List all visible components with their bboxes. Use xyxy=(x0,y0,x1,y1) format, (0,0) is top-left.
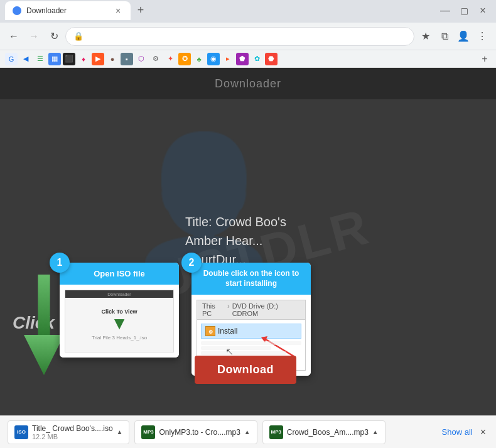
tab-bar: Downloader × + — ▢ × xyxy=(0,0,496,23)
explorer-header: This PC › DVD Drive (D:) CDROM xyxy=(197,300,305,320)
bookmark-button[interactable]: ★ xyxy=(417,28,434,45)
main-area: JUSTDLR 👤 Click To View xyxy=(0,99,496,415)
back-button[interactable]: ← xyxy=(5,28,23,45)
profile-button[interactable]: 👤 xyxy=(455,28,472,45)
ext-16[interactable]: ✿ xyxy=(251,53,263,65)
menu-button[interactable]: ⋮ xyxy=(473,28,491,45)
forward-button[interactable]: → xyxy=(25,28,43,45)
page-content: Downloader JUSTDLR 👤 Click To View xyxy=(0,68,496,415)
ext-13[interactable]: ◉ xyxy=(207,53,220,65)
download-item-2[interactable]: MP3 OnlyMP3.to - Cro....mp3 ▲ xyxy=(134,420,257,444)
card-2-header: Double click on the icon to start instal… xyxy=(191,263,311,295)
ext-3[interactable]: ▦ xyxy=(48,53,61,65)
ext-14[interactable]: ▸ xyxy=(222,53,234,65)
download-item-2-icon: MP3 xyxy=(141,425,155,439)
download-item-3-info: Crowd_Boos_Am....mp3 xyxy=(287,428,369,437)
download-item-3-chevron[interactable]: ▲ xyxy=(372,429,379,435)
ext-9[interactable]: ⬡ xyxy=(135,53,148,65)
tab-favicon xyxy=(13,6,21,15)
iso-filename: Trial File 3 Heads_1_.iso xyxy=(92,335,147,341)
card-1-header: Open ISO file xyxy=(60,263,179,285)
iso-preview[interactable]: Downloader Click To View ▼ Trial File 3 … xyxy=(65,290,174,352)
app-title: Downloader xyxy=(215,77,281,90)
download-item-2-info: OnlyMP3.to - Cro....mp3 xyxy=(159,428,240,437)
title-line1: Title: Crowd Boo's xyxy=(185,212,286,231)
download-item-3-icon-label: MP3 xyxy=(271,429,281,435)
install-label: Install xyxy=(218,327,237,336)
ext-settings[interactable]: ⚙ xyxy=(149,53,162,65)
nav-bar: ← → ↻ 🔒 ★ ⧉ 👤 ⋮ xyxy=(0,23,496,50)
show-all-button[interactable]: Show all xyxy=(442,427,473,437)
split-button[interactable]: ⧉ xyxy=(436,28,453,45)
download-bar-close-button[interactable]: × xyxy=(478,424,488,440)
title-line2: Amber Hear... xyxy=(185,231,286,250)
explorer-path1: This PC xyxy=(202,302,225,317)
app-header: Downloader xyxy=(0,68,496,99)
restore-button[interactable]: ▢ xyxy=(456,3,472,19)
download-item-1[interactable]: ISO Title_ Crowd Boo's....iso 12.2 MB ▲ xyxy=(8,420,129,444)
download-item-1-size: 12.2 MB xyxy=(32,433,113,440)
download-item-1-icon: ISO xyxy=(14,425,28,439)
download-item-1-info: Title_ Crowd Boo's....iso 12.2 MB xyxy=(32,424,113,440)
download-item-2-icon-label: MP3 xyxy=(143,429,153,435)
svg-rect-0 xyxy=(38,275,50,335)
download-button[interactable]: Download xyxy=(195,356,296,384)
download-item-2-name: OnlyMP3.to - Cro....mp3 xyxy=(159,428,240,437)
extensions-bar: G ◀ ☰ ▦ ⬛ ♦ ▶ ● ▪ ⬡ ⚙ ✦ ✪ ♣ ◉ ▸ ⬟ ✿ ⬣ + xyxy=(0,50,496,68)
ext-2[interactable]: ☰ xyxy=(34,53,46,65)
explorer-path2: DVD Drive (D:) CDROM xyxy=(232,302,300,317)
ext-add[interactable]: + xyxy=(478,53,491,65)
ext-15[interactable]: ⬟ xyxy=(236,53,249,65)
tutorial-card-1: 1 Open ISO file Downloader Click To View… xyxy=(60,263,179,358)
download-item-3[interactable]: MP3 Crowd_Boos_Am....mp3 ▲ xyxy=(262,420,385,444)
lock-icon: 🔒 xyxy=(73,31,84,41)
svg-marker-1 xyxy=(24,335,64,375)
close-window-button[interactable]: × xyxy=(475,3,491,19)
nav-right: ★ ⧉ 👤 ⋮ xyxy=(417,28,491,45)
tab-label: Downloader xyxy=(26,6,67,15)
download-item-3-name: Crowd_Boos_Am....mp3 xyxy=(287,428,369,437)
download-item-1-chevron[interactable]: ▲ xyxy=(117,429,123,435)
minimize-button[interactable]: — xyxy=(437,3,453,19)
ext-11[interactable]: ✪ xyxy=(178,53,191,65)
step-badge-1: 1 xyxy=(50,253,70,273)
step-badge-2: 2 xyxy=(181,253,202,273)
ext-7[interactable]: ● xyxy=(106,53,119,65)
ext-6[interactable]: ▶ xyxy=(92,53,104,65)
card-1-body: Downloader Click To View ▼ Trial File 3 … xyxy=(60,285,179,358)
ext-5[interactable]: ♦ xyxy=(77,53,90,65)
download-button-wrapper: Download xyxy=(195,356,296,384)
ext-17[interactable]: ⬣ xyxy=(265,53,278,65)
active-tab[interactable]: Downloader × xyxy=(5,1,131,20)
ext-8[interactable]: ▪ xyxy=(121,53,133,65)
refresh-button[interactable]: ↻ xyxy=(45,28,63,45)
ext-10[interactable]: ✦ xyxy=(164,53,176,65)
ext-12[interactable]: ♣ xyxy=(193,53,205,65)
install-file-icon: ⚙ xyxy=(205,326,215,336)
svg-text:⚙: ⚙ xyxy=(208,329,213,335)
iso-arrow-icon: ▼ xyxy=(111,315,128,332)
explorer-sep1: › xyxy=(227,302,230,317)
ext-google[interactable]: G xyxy=(5,53,18,65)
browser-frame: Downloader × + — ▢ × ← → ↻ 🔒 ★ ⧉ 👤 ⋮ G ◀ xyxy=(0,0,496,448)
download-bar: ISO Title_ Crowd Boo's....iso 12.2 MB ▲ … xyxy=(0,415,496,448)
new-tab-button[interactable]: + xyxy=(132,1,149,19)
download-item-1-icon-label: ISO xyxy=(17,429,26,435)
tab-close-button[interactable]: × xyxy=(113,6,123,16)
ext-4[interactable]: ⬛ xyxy=(63,53,75,65)
download-item-1-name: Title_ Crowd Boo's....iso xyxy=(32,424,113,433)
download-item-2-chevron[interactable]: ▲ xyxy=(244,429,251,435)
address-bar[interactable]: 🔒 xyxy=(65,27,414,46)
download-item-3-icon: MP3 xyxy=(269,425,283,439)
ext-1[interactable]: ◀ xyxy=(19,53,32,65)
